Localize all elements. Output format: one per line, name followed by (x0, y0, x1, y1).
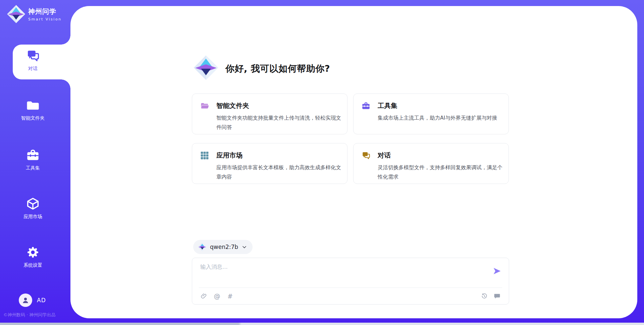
message-icon (494, 293, 500, 300)
sidebar-item-settings[interactable]: 系统设置 (0, 246, 66, 268)
app-subtitle: Smart Vision (28, 17, 62, 21)
card-title: 智能文件夹 (216, 101, 249, 110)
card-toolset[interactable]: 工具集 集成市场上主流工具，助力AI与外界无缝扩展与对接 (353, 93, 509, 134)
card-app-market[interactable]: 应用市场 应用市场提供丰富长文本模板，助力高效生成多样化文章内容 (192, 143, 347, 184)
folder-icon (26, 99, 40, 112)
briefcase-icon (362, 102, 370, 110)
card-description: 应用市场提供丰富长文本模板，助力高效生成多样化文章内容 (216, 163, 342, 182)
sidebar: 神州问学 Smart Vision 对话 智能文件夹 工具集 应用市场 系统设置… (0, 0, 70, 325)
new-chat-button[interactable] (493, 292, 501, 300)
model-name: qwen2:7b (210, 244, 238, 250)
chat-bubbles-icon (26, 49, 40, 62)
card-title: 工具集 (378, 101, 397, 110)
attach-file-button[interactable] (200, 292, 208, 300)
model-selector[interactable]: qwen2:7b (193, 240, 253, 254)
main-content-panel: 你好, 我可以如何帮助你? 智能文件夹 智能文件夹功能支持批量文件上传与清洗，轻… (70, 6, 637, 318)
cube-icon (26, 197, 40, 210)
model-diamond-icon (198, 243, 207, 251)
sidebar-item-toolset[interactable]: 工具集 (0, 148, 66, 171)
send-icon (493, 267, 501, 275)
history-button[interactable] (481, 292, 488, 300)
send-button[interactable] (493, 267, 501, 275)
message-input[interactable] (200, 263, 482, 282)
user-name: AD (37, 297, 46, 304)
card-description: 智能文件夹功能支持批量文件上传与清洗，轻松实现文件问答 (216, 113, 342, 132)
mention-button[interactable]: @ (213, 292, 221, 300)
topic-button[interactable]: # (226, 292, 234, 300)
sidebar-item-label: 工具集 (26, 165, 40, 171)
sidebar-item-label: 应用市场 (23, 214, 42, 220)
composer-divider (199, 287, 502, 288)
copyright-note: ©神州数码 · 神州问学出品 (3, 312, 55, 318)
user-profile[interactable]: AD (19, 294, 46, 307)
card-description: 灵活切换多模型文件，支持多样回复效果调试，满足个性化需求 (378, 163, 504, 182)
avatar (19, 294, 32, 307)
brand-diamond-icon (7, 5, 25, 23)
app-title: 神州问学 (28, 7, 62, 16)
grid-icon (200, 151, 209, 160)
card-title: 对话 (378, 151, 391, 160)
sidebar-item-smart-folder[interactable]: 智能文件夹 (0, 99, 66, 121)
greeting-diamond-icon (193, 55, 219, 80)
chevron-down-icon (241, 244, 247, 250)
paperclip-icon (201, 293, 207, 300)
sidebar-item-label: 系统设置 (23, 262, 42, 268)
gear-icon (26, 246, 40, 259)
page-bottom-edge (0, 323, 644, 325)
chat-bubbles-icon (362, 151, 370, 160)
greeting-title: 你好, 我可以如何帮助你? (225, 63, 330, 75)
message-composer: @ # (192, 258, 509, 305)
briefcase-icon (26, 148, 40, 162)
sidebar-item-chat[interactable]: 对话 (0, 49, 66, 72)
app-logo: 神州问学 Smart Vision (7, 5, 62, 23)
sidebar-item-label: 智能文件夹 (21, 115, 45, 121)
person-icon (21, 296, 30, 304)
folder-open-icon (200, 102, 209, 110)
sidebar-item-app-market[interactable]: 应用市场 (0, 197, 66, 220)
card-title: 应用市场 (216, 151, 243, 160)
card-chat[interactable]: 对话 灵活切换多模型文件，支持多样回复效果调试，满足个性化需求 (353, 143, 509, 184)
feature-cards: 智能文件夹 智能文件夹功能支持批量文件上传与清洗，轻松实现文件问答 工具集 集成… (192, 93, 509, 184)
card-description: 集成市场上主流工具，助力AI与外界无缝扩展与对接 (378, 113, 504, 123)
composer-toolbar: @ # (200, 292, 501, 300)
history-icon (481, 293, 488, 300)
card-smart-folder[interactable]: 智能文件夹 智能文件夹功能支持批量文件上传与清洗，轻松实现文件问答 (192, 93, 347, 134)
sidebar-item-label: 对话 (28, 66, 38, 72)
